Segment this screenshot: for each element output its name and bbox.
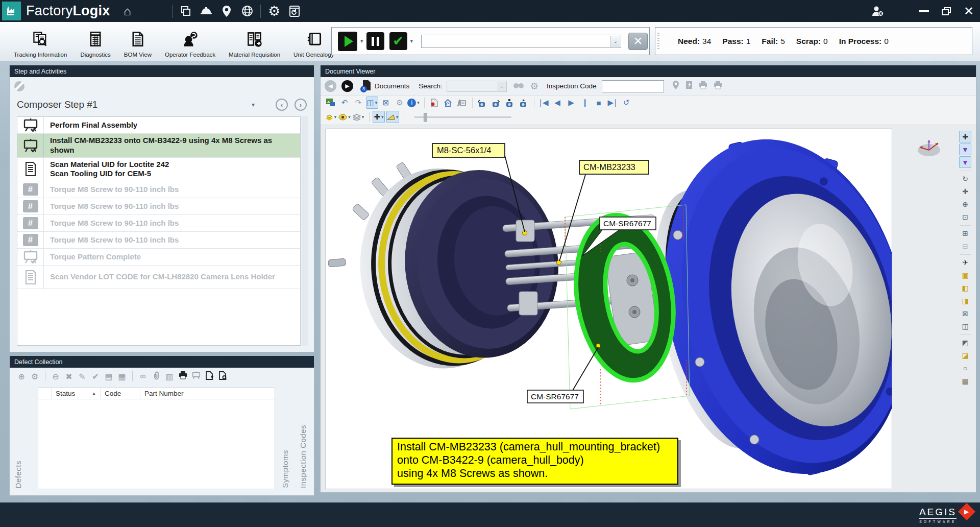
filter-assemblies-icon[interactable]: ▼ bbox=[959, 156, 971, 168]
remove-defect-icon[interactable]: ⊖ bbox=[49, 372, 62, 381]
media-last-icon[interactable]: ▶∣ bbox=[606, 97, 619, 109]
back-button[interactable]: ◀ bbox=[325, 80, 336, 92]
redo-icon[interactable]: ↷ bbox=[352, 97, 364, 109]
defect-settings-gear-icon[interactable]: ⚙ bbox=[28, 372, 41, 381]
cad-viewport[interactable]: M8-SC-56x1/4 CM-MB23233 CM-SR67677 CM-SR… bbox=[326, 129, 892, 489]
layers-solid-icon[interactable]: ▾ bbox=[325, 111, 337, 123]
home-icon[interactable]: ⌂ bbox=[117, 2, 137, 20]
pan-icon[interactable]: ✚ bbox=[959, 185, 971, 197]
search-settings-gear-icon[interactable]: ⚙ bbox=[530, 81, 538, 92]
activity-row-disabled[interactable]: # Torque M8 Screw to 90-110 inch lbs bbox=[17, 232, 300, 249]
restore-button[interactable] bbox=[935, 2, 958, 21]
delete-defect-icon[interactable]: ✖ bbox=[62, 372, 76, 381]
layer-stack-icon[interactable]: ▾ bbox=[352, 111, 364, 123]
camera-flash-icon[interactable]: ⊠ bbox=[959, 307, 971, 319]
inspection-code-input[interactable] bbox=[602, 80, 664, 92]
batch-pages-icon[interactable] bbox=[176, 2, 196, 20]
complete-button[interactable]: ✔ bbox=[389, 32, 407, 50]
add-defect-icon[interactable]: ⊕ bbox=[15, 372, 28, 381]
tab-defects[interactable]: Defects bbox=[14, 461, 22, 488]
start-options-caret-icon[interactable]: ▾ bbox=[360, 38, 363, 44]
view-capture-stop-icon[interactable] bbox=[503, 97, 516, 109]
forward-button[interactable]: ▶ bbox=[341, 80, 353, 92]
diagnostics-button[interactable]: Diagnostics bbox=[74, 25, 117, 58]
activity-row-disabled[interactable]: Scan Vendor LOT CODE for CM-LH82820 Came… bbox=[17, 266, 300, 289]
print-document-icon[interactable] bbox=[699, 81, 707, 91]
align-target-icon[interactable]: ○ bbox=[959, 362, 971, 374]
search-combobox[interactable]: ⌄ bbox=[447, 81, 507, 92]
defect-document-icon[interactable]: ▤ bbox=[102, 372, 115, 381]
callout-m8-screw[interactable]: M8-SC-56x1/4 bbox=[437, 146, 491, 155]
minimize-button[interactable] bbox=[913, 2, 935, 21]
view-capture-forward-icon[interactable] bbox=[489, 97, 502, 109]
previous-step-button[interactable]: ‹ bbox=[276, 99, 288, 111]
start-button[interactable] bbox=[338, 32, 357, 51]
print-all-icon[interactable] bbox=[714, 81, 722, 91]
globe-icon[interactable] bbox=[237, 2, 257, 20]
media-play-icon[interactable]: ▶ bbox=[565, 97, 577, 109]
media-previous-icon[interactable]: ◀ bbox=[551, 97, 564, 109]
media-stop-icon[interactable]: ■ bbox=[593, 97, 605, 109]
combobox-dropdown-icon[interactable]: ⌄ bbox=[610, 36, 620, 47]
close-button[interactable]: ✕ bbox=[958, 2, 980, 21]
link-defect-icon[interactable]: ∞ bbox=[136, 372, 150, 381]
bom-view-button[interactable]: BOM View bbox=[117, 25, 158, 58]
defect-col-code[interactable]: Code bbox=[101, 388, 140, 399]
select-crosshair-icon[interactable]: ✚▾ bbox=[373, 111, 385, 123]
edit-defect-icon[interactable]: ✎ bbox=[76, 372, 89, 381]
hardhat-icon[interactable] bbox=[196, 2, 216, 20]
operator-feedback-button[interactable]: Operator Feedback bbox=[158, 25, 222, 58]
view-capture-play-icon[interactable] bbox=[517, 97, 529, 109]
explode-slider-handle[interactable] bbox=[424, 113, 427, 122]
attachment-icon[interactable] bbox=[150, 371, 163, 382]
pause-button[interactable] bbox=[366, 32, 384, 50]
settings-gear-icon[interactable]: ⚙ bbox=[264, 2, 284, 20]
viewer-settings-gears-icon[interactable]: ⚙ bbox=[394, 97, 406, 109]
explode-slider[interactable] bbox=[414, 116, 511, 118]
fly-through-icon[interactable]: ✈ bbox=[959, 256, 971, 268]
tab-symptoms[interactable]: Symptoms bbox=[281, 450, 289, 488]
add-view-icon[interactable]: ▦ bbox=[959, 375, 971, 387]
media-first-icon[interactable]: ∣◀ bbox=[537, 97, 550, 109]
print-defects-icon[interactable] bbox=[176, 371, 189, 381]
load-image-icon[interactable] bbox=[325, 97, 337, 109]
document-add-icon[interactable] bbox=[203, 371, 216, 382]
callout-sr-bottom[interactable]: CM-SR67677 bbox=[531, 392, 579, 401]
tab-inspection-codes[interactable]: Inspection Codes bbox=[299, 425, 307, 488]
defect-col-part-number[interactable]: Part Number bbox=[140, 388, 275, 399]
info-icon[interactable]: i▾ bbox=[407, 97, 420, 109]
select-mode-icon[interactable]: ✚ bbox=[959, 131, 971, 142]
defect-col-blank[interactable] bbox=[38, 388, 52, 399]
inspection-flag-icon[interactable] bbox=[685, 81, 693, 91]
filter-parts-icon[interactable]: ▼ bbox=[959, 143, 971, 155]
camera-delete-icon[interactable]: ◫ bbox=[959, 320, 971, 332]
zoom-selected-icon[interactable]: ⊟ bbox=[959, 240, 971, 252]
camera-view-icon[interactable]: ▣ bbox=[959, 269, 971, 281]
fullscreen-icon[interactable]: ⊠ bbox=[380, 97, 392, 109]
location-pin-icon[interactable] bbox=[216, 2, 237, 20]
undo-icon[interactable]: ↶ bbox=[338, 97, 351, 109]
sync-session-icon[interactable] bbox=[284, 2, 305, 20]
zoom-fit-icon[interactable]: ⊞ bbox=[959, 227, 971, 239]
zoom-icon[interactable]: ⊕ bbox=[959, 198, 971, 210]
redline-notes-icon[interactable] bbox=[455, 97, 468, 109]
media-pause-icon[interactable]: ∥ bbox=[579, 97, 591, 109]
camera-previous-icon[interactable]: ◧ bbox=[959, 282, 971, 294]
document-search-icon[interactable] bbox=[216, 371, 229, 382]
activity-row-disabled[interactable]: # Torque M8 Screw to 90-110 inch lbs bbox=[17, 215, 300, 232]
documents-icon[interactable]: 8 bbox=[362, 80, 371, 92]
search-dropdown-icon[interactable]: ⌄ bbox=[498, 82, 506, 91]
steps-scrollbar[interactable] bbox=[302, 116, 308, 346]
zoom-window-icon[interactable]: ⊡ bbox=[959, 211, 971, 223]
document-remove-icon[interactable]: ▥ bbox=[163, 372, 176, 381]
next-step-button[interactable]: › bbox=[295, 99, 307, 111]
view-state-delete-icon[interactable]: ◩ bbox=[959, 337, 971, 348]
section-wedge-icon[interactable]: ▾ bbox=[386, 111, 399, 123]
pdf-document-icon[interactable] bbox=[428, 97, 440, 109]
orbit-icon[interactable]: ↻ bbox=[959, 173, 971, 184]
unit-select-combobox[interactable]: ⌄ bbox=[421, 35, 621, 48]
repair-settings-icon[interactable]: ▦ bbox=[115, 372, 129, 381]
activity-row-disabled[interactable]: # Torque M8 Screw to 90-110 inch lbs bbox=[17, 181, 300, 198]
complete-options-caret-icon[interactable]: ▾ bbox=[410, 38, 413, 44]
activity-row-disabled[interactable]: Torque Pattern Complete bbox=[17, 249, 300, 266]
